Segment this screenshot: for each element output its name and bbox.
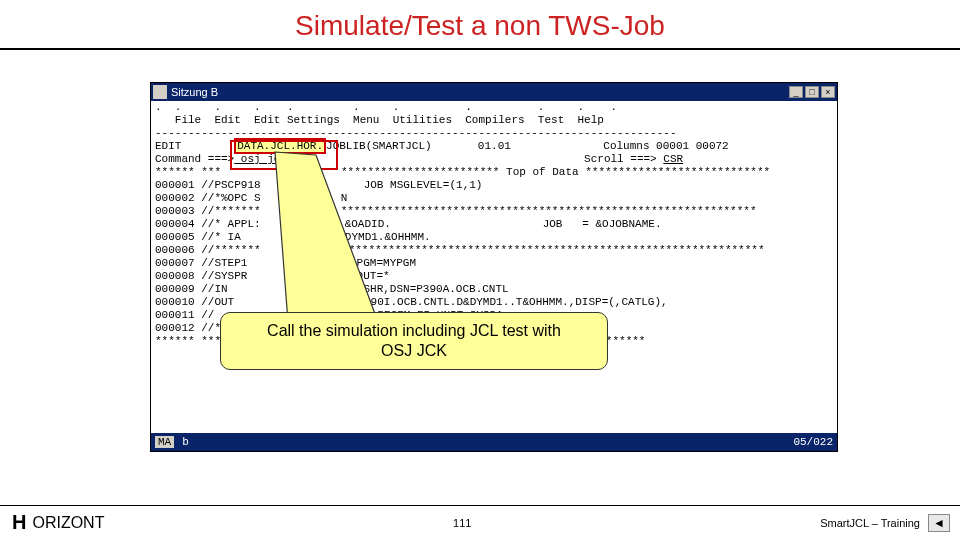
jcl-line-6: 000006 //*******************************… [151,244,837,257]
l14a: 000011 // [155,309,214,321]
l6a: 000003 //******* [155,205,261,217]
l13a: 000010 //OUT [155,296,234,308]
window-title: Sitzung B [171,86,789,98]
l10a: 000007 //STEP1 [155,257,247,269]
back-button[interactable]: ◄ [928,514,950,532]
l5a: 000002 //*%OPC S [155,192,261,204]
l8a: 000005 //* IA [155,231,241,243]
edit-rest: JOBLIB(SMARTJCL) 01.01 Columns 00001 000… [326,140,729,152]
terminal-window: Sitzung B _ □ × . . . . . . . . . . . Fi… [150,82,838,452]
l4b: JOB MSGLEVEL=(1,1) [331,179,483,191]
callout-line2: OSJ JCK [235,341,593,361]
l11a: 000008 //SYSPR [155,270,247,282]
l9a: 000006 //******* [155,244,261,256]
l12b: SP=SHR,DSN=P390A.OCB.CNTL [344,283,509,295]
l3b: ************************ Top of Data ***… [341,166,770,178]
close-button[interactable]: × [821,86,835,98]
terminal-menu[interactable]: File Edit Edit Settings Menu Utilities C… [151,114,837,127]
status-ma: MA [155,436,174,448]
scroll-value[interactable]: CSR [663,153,683,165]
scroll-label: Scroll ===> [287,153,663,165]
command-prompt: Command ===> [155,153,234,165]
jcl-line-9: 000009 //INSP=SHR,DSN=P390A.OCB.CNTL [151,283,837,296]
window-titlebar: Sitzung B _ □ × [151,83,837,101]
window-icon [153,85,167,99]
l7b: &OADID. JOB = &OJOBNAME. [345,218,662,230]
edit-label: EDIT [155,140,234,152]
callout-line1: Call the simulation including JCL test w… [235,321,593,341]
l8b: DYMD1.&OHHMM. [345,231,431,243]
jcl-line-4: 000004 //* APPL:&OADID. JOB = &OJOBNAME. [151,218,837,231]
l4a: 000001 //PSCP918 [155,179,261,191]
brand-logo: HORIZONT [12,511,104,534]
callout-box: Call the simulation including JCL test w… [220,312,608,370]
page-number: 111 [453,517,471,529]
brand-h: H [12,511,26,534]
maximize-button[interactable]: □ [805,86,819,98]
l10b: C PGM=MYPGM [343,257,416,269]
footer: HORIZONT 111 SmartJCL – Training ◄ [0,511,960,534]
jcl-line-3: 000003 //*******************************… [151,205,837,218]
jcl-line-8: 000008 //SYSPRYSOUT=* [151,270,837,283]
jcl-line-10: 000010 //OUTN=P390I.OCB.CNTL.D&DYMD1..T&… [151,296,837,309]
l5b: N [341,192,348,204]
jcl-line-1: 000001 //PSCP918 JOB MSGLEVEL=(1,1) [151,179,837,192]
course-text: SmartJCL – Training [820,517,920,529]
l12a: 000009 //IN [155,283,228,295]
l13b: N=P390I.OCB.CNTL.D&DYMD1..T&OHHMM.,DISP=… [344,296,667,308]
slide-title: Simulate/Test a non TWS-Job [0,0,960,48]
jcl-line-2: 000002 //*%OPC SN [151,192,837,205]
l7a: 000004 //* APPL: [155,218,261,230]
brand-rest: ORIZONT [32,514,104,532]
footer-divider [0,505,960,506]
l16a: ****** *** [155,335,221,347]
l3a: ****** *** [155,166,221,178]
jcl-line-7: 000007 //STEP1C PGM=MYPGM [151,257,837,270]
l15a: 000012 //* [155,322,221,334]
l11b: YSOUT=* [343,270,389,282]
l9b: ****************************************… [349,244,765,256]
title-divider [0,48,960,50]
command-highlight-box [230,140,338,170]
jcl-line-5: 000005 //* IADYMD1.&OHHMM. [151,231,837,244]
status-cursor-pos: 05/022 [793,436,833,448]
minimize-button[interactable]: _ [789,86,803,98]
course-label: SmartJCL – Training ◄ [820,514,950,532]
window-controls: _ □ × [789,86,835,98]
status-b: b [182,436,189,448]
l6b: ****************************************… [341,205,757,217]
terminal-statusbar: MA b 05/022 [151,433,837,451]
terminal-menu-row: . . . . . . . . . . . [151,101,837,114]
